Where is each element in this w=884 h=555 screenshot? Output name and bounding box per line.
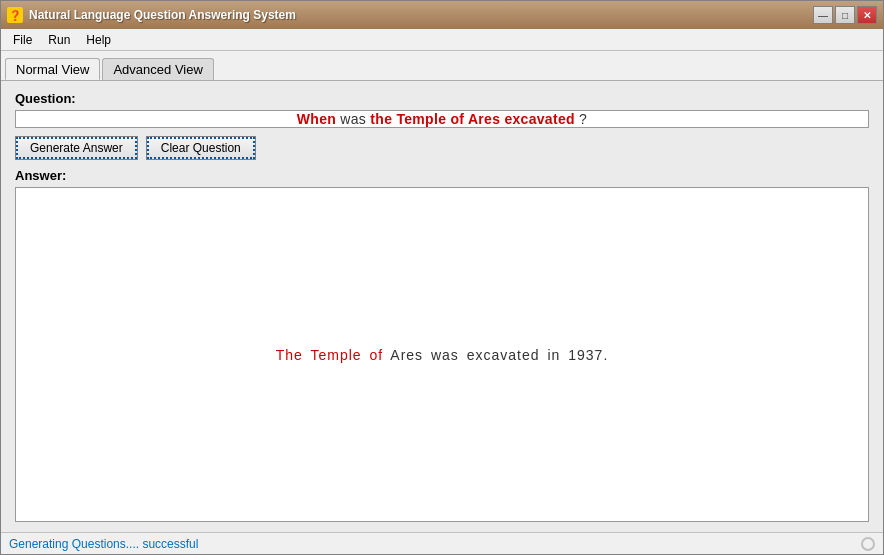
- window-title: Natural Language Question Answering Syst…: [29, 8, 807, 22]
- question-box[interactable]: When was the Temple of Ares excavated ?: [15, 110, 869, 128]
- generate-answer-button[interactable]: Generate Answer: [15, 136, 138, 160]
- question-text: When was the Temple of Ares excavated ?: [297, 111, 587, 127]
- tab-advanced-view[interactable]: Advanced View: [102, 58, 213, 80]
- question-phrase-temple: the Temple of Ares excavated: [370, 111, 574, 127]
- tab-normal-view[interactable]: Normal View: [5, 58, 100, 80]
- app-icon: ❓: [7, 7, 23, 23]
- question-label: Question:: [15, 91, 869, 106]
- answer-text: The Temple of Ares was excavated in 1937…: [276, 347, 609, 363]
- answer-rest: Ares was excavated in 1937.: [390, 347, 608, 363]
- menu-run[interactable]: Run: [40, 29, 78, 50]
- menu-help[interactable]: Help: [78, 29, 119, 50]
- main-content: Question: When was the Temple of Ares ex…: [1, 81, 883, 532]
- minimize-button[interactable]: —: [813, 6, 833, 24]
- status-text: Generating Questions.... successful: [9, 537, 198, 551]
- window-controls: — □ ✕: [813, 6, 877, 24]
- answer-word-of: of: [369, 347, 383, 363]
- answer-word-the: The: [276, 347, 303, 363]
- answer-section: Answer: The Temple of Ares was excavated…: [15, 168, 869, 522]
- question-word-when: When: [297, 111, 336, 127]
- close-button[interactable]: ✕: [857, 6, 877, 24]
- answer-box[interactable]: The Temple of Ares was excavated in 1937…: [15, 187, 869, 522]
- answer-label: Answer:: [15, 168, 869, 183]
- button-row: Generate Answer Clear Question: [15, 136, 869, 160]
- main-window: ❓ Natural Language Question Answering Sy…: [0, 0, 884, 555]
- status-bar: Generating Questions.... successful: [1, 532, 883, 554]
- maximize-button[interactable]: □: [835, 6, 855, 24]
- clear-question-button[interactable]: Clear Question: [146, 136, 256, 160]
- question-section: Question: When was the Temple of Ares ex…: [15, 91, 869, 128]
- status-icon: [861, 537, 875, 551]
- answer-word-temple: Temple: [310, 347, 361, 363]
- question-word-was: was: [340, 111, 370, 127]
- menu-file[interactable]: File: [5, 29, 40, 50]
- question-mark: ?: [579, 111, 587, 127]
- title-bar: ❓ Natural Language Question Answering Sy…: [1, 1, 883, 29]
- menu-bar: File Run Help: [1, 29, 883, 51]
- tabs-bar: Normal View Advanced View: [1, 51, 883, 81]
